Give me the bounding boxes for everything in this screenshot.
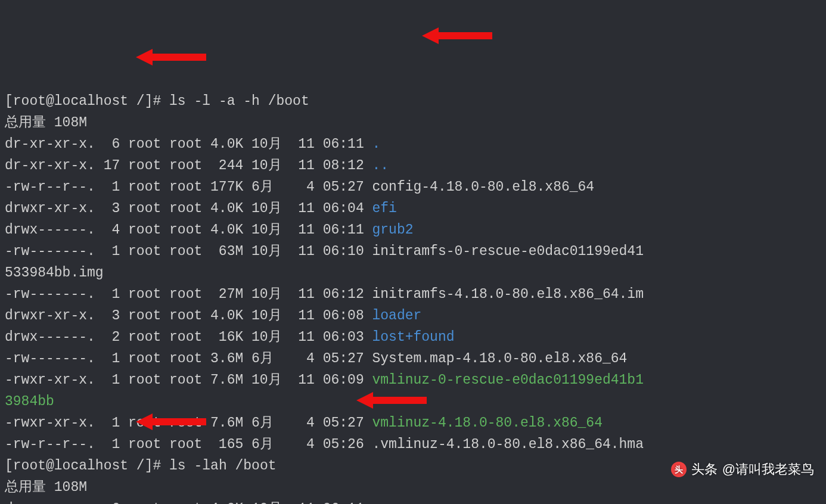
- svg-marker-1: [136, 49, 206, 66]
- file-name: initramfs-4.18.0-80.el8.x86_64.im: [372, 287, 644, 302]
- file-name: .vmlinuz-4.18.0-80.el8.x86_64.hma: [372, 437, 644, 452]
- annotation-arrow-2: [119, 25, 191, 46]
- watermark-logo-icon: 头: [671, 462, 687, 477]
- watermark: 头 头条 @请叫我老菜鸟: [671, 459, 814, 480]
- ls-row-wrap: 533984bb.img: [5, 262, 821, 284]
- file-name: .: [372, 136, 381, 152]
- svg-marker-0: [422, 27, 492, 44]
- ls-row: drwx------. 2 root root 16K 10月 11 06:03…: [5, 326, 821, 348]
- ls-row: -rw-r--r--. 1 root root 165 6月 4 05:26 .…: [5, 434, 821, 455]
- terminal-output[interactable]: [root@localhost /]# ls -l -a -h /boot总用量…: [5, 91, 821, 504]
- ls-row: dr-xr-xr-x. 17 root root 244 10月 11 08:1…: [5, 155, 821, 176]
- ls-row: -rw-r--r--. 1 root root 177K 6月 4 05:27 …: [5, 176, 821, 198]
- ls-row: drwx------. 4 root root 4.0K 10月 11 06:1…: [5, 219, 821, 241]
- file-name: .: [372, 501, 381, 504]
- prompt-text: [root@localhost /]#: [5, 94, 161, 109]
- file-name: ..: [372, 158, 389, 173]
- file-name: loader: [372, 308, 422, 323]
- ls-row-wrap: 3984bb: [5, 391, 821, 412]
- file-name: vmlinuz-0-rescue-e0dac01199ed41b1: [372, 372, 644, 388]
- file-name: efi: [372, 201, 397, 216]
- file-name: vmlinuz-4.18.0-80.el8.x86_64: [372, 415, 603, 431]
- ls-row: drwxr-xr-x. 3 root root 4.0K 10月 11 06:0…: [5, 198, 821, 219]
- file-name: grub2: [372, 222, 414, 238]
- prompt-line-1: [root@localhost /]# ls -l -a -h /boot: [5, 91, 821, 112]
- watermark-brand: 头条: [691, 459, 718, 480]
- watermark-author: @请叫我老菜鸟: [722, 459, 814, 480]
- file-name: System.map-4.18.0-80.el8.x86_64: [372, 351, 628, 366]
- prompt-text: [root@localhost /]#: [5, 458, 161, 474]
- annotation-arrow-1: [405, 4, 477, 25]
- ls-row: -rwxr-xr-x. 1 root root 7.6M 6月 4 05:27 …: [5, 412, 821, 434]
- ls-row: dr-xr-xr-x. 6 root root 4.0K 10月 11 06:1…: [5, 133, 821, 155]
- ls-row: drwxr-xr-x. 3 root root 4.0K 10月 11 06:0…: [5, 305, 821, 326]
- total-line-1: 总用量 108M: [5, 112, 821, 133]
- ls-row: -rwxr-xr-x. 1 root root 7.6M 10月 11 06:0…: [5, 369, 821, 391]
- ls-row: -rw-------. 1 root root 3.6M 6月 4 05:27 …: [5, 348, 821, 369]
- command-text: ls -l -a -h /boot: [169, 94, 309, 109]
- command-text: ls -lah /boot: [169, 458, 276, 474]
- file-name: lost+found: [372, 329, 455, 345]
- file-name: initramfs-0-rescue-e0dac01199ed41: [372, 244, 644, 259]
- file-name: config-4.18.0-80.el8.x86_64: [372, 179, 595, 195]
- ls-row: -rw-------. 1 root root 63M 10月 11 06:10…: [5, 241, 821, 262]
- ls-row: dr-xr-xr-x. 6 root root 4.0K 10月 11 06:1…: [5, 498, 821, 504]
- ls-row: -rw-------. 1 root root 27M 10月 11 06:12…: [5, 284, 821, 305]
